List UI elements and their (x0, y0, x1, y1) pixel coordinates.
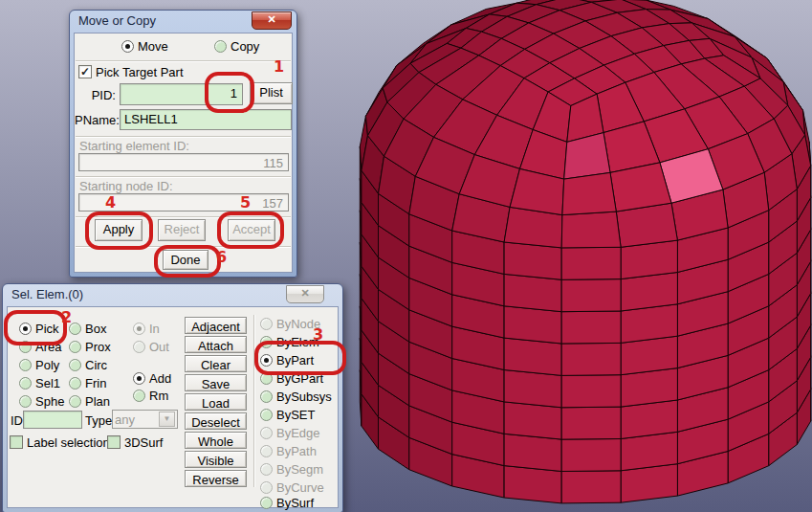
radio-sel1-label: Sel1 (35, 376, 60, 390)
radio-out[interactable]: Out (133, 339, 169, 354)
divider (76, 176, 291, 178)
pid-input[interactable]: 1 (120, 83, 243, 105)
radio-byedge[interactable]: ByEdge (260, 425, 320, 440)
radio-dot-byelem (260, 336, 273, 348)
attach-button[interactable]: Attach (185, 336, 247, 353)
visible-button[interactable]: Visible (185, 451, 247, 468)
radio-bysubsys[interactable]: BySubsys (260, 389, 332, 404)
radio-bysubsys-label: BySubsys (276, 390, 332, 404)
radio-area-label: Area (35, 340, 61, 354)
radio-bypath-label: ByPath (276, 444, 317, 458)
close-button-disabled[interactable]: ✕ (286, 285, 324, 303)
radio-byelem[interactable]: ByElem (260, 334, 319, 349)
id-label: ID (11, 413, 23, 428)
chevron-down-icon: ▼ (159, 412, 175, 427)
application-screen: Move or Copy ✕ Move Copy ✓ Pick Target P… (0, 0, 812, 512)
radio-bygpart[interactable]: ByGPart (260, 370, 323, 386)
label-selection-checkbox[interactable]: Label selection (10, 434, 110, 450)
radio-dot-bygpart (260, 372, 273, 385)
radio-frin[interactable]: Frin (69, 375, 106, 390)
radio-rm-label: Rm (149, 389, 168, 403)
radio-circ[interactable]: Circ (69, 357, 107, 372)
dome-mesh-part (360, 0, 810, 503)
reverse-button[interactable]: Reverse (185, 470, 247, 487)
checkbox-box (107, 435, 121, 449)
radio-box[interactable]: Box (69, 321, 106, 336)
radio-dot-plan (69, 395, 81, 408)
radio-poly[interactable]: Poly (19, 357, 59, 372)
radio-byset[interactable]: BySET (260, 407, 315, 422)
checkmark-icon: ✓ (80, 65, 90, 78)
radio-in[interactable]: In (133, 321, 160, 336)
move-or-copy-body: Move Copy ✓ Pick Target Part PID: 1 Plis… (74, 33, 293, 273)
radio-add-label: Add (149, 371, 171, 386)
radio-bysurf[interactable]: BySurf (260, 495, 314, 510)
radio-dot-sel1 (19, 377, 32, 390)
type-dropdown[interactable]: any ▼ (112, 410, 178, 429)
radio-plan-label: Plan (85, 394, 110, 409)
radio-sphe-label: Sphe (35, 394, 64, 409)
radio-dot-prox (69, 341, 81, 353)
divider (76, 136, 291, 138)
clear-button[interactable]: Clear (185, 355, 247, 372)
radio-rm[interactable]: Rm (133, 388, 168, 403)
close-button[interactable]: ✕ (252, 11, 292, 30)
id-input[interactable] (23, 411, 82, 429)
radio-sel1[interactable]: Sel1 (19, 375, 60, 390)
radio-copy[interactable]: Copy (214, 38, 259, 54)
surf3d-checkbox[interactable]: 3DSurf (107, 434, 163, 450)
pname-input[interactable]: LSHELL1 (120, 109, 292, 130)
pick-target-part-label: Pick Target Part (96, 65, 184, 79)
radio-move[interactable]: Move (121, 38, 168, 54)
divider (253, 315, 255, 487)
pick-target-part-checkbox[interactable]: ✓ Pick Target Part (78, 64, 184, 79)
deselect-button[interactable]: Deselect (185, 412, 247, 430)
radio-bysurf-label: BySurf (276, 496, 314, 510)
radio-area[interactable]: Area (19, 339, 61, 354)
radio-prox[interactable]: Prox (69, 339, 111, 354)
radio-dot-bysegm (260, 463, 273, 476)
radio-bycurve-label: ByCurve (276, 480, 324, 495)
adjacent-button[interactable]: Adjacent (185, 317, 247, 334)
radio-dot-circ (69, 359, 81, 371)
radio-bycurve[interactable]: ByCurve (260, 479, 324, 495)
starting-element-id-label: Starting element ID: (79, 139, 189, 153)
radio-dot-poly (19, 359, 32, 371)
radio-dot-rm (133, 390, 145, 402)
starting-element-id-input[interactable]: 115 (78, 153, 289, 171)
radio-dot-bysubsys (260, 390, 273, 403)
radio-bypath[interactable]: ByPath (260, 443, 317, 458)
radio-bynode[interactable]: ByNode (260, 316, 320, 331)
radio-add[interactable]: Add (133, 370, 171, 386)
radio-copy-label: Copy (230, 39, 259, 54)
type-label: Type (85, 413, 112, 428)
whole-button[interactable]: Whole (185, 432, 247, 449)
radio-bypart[interactable]: ByPart (260, 352, 314, 367)
radio-dot-bypart (260, 354, 273, 367)
radio-dot-add (133, 372, 145, 385)
starting-node-id-input[interactable]: 157 (78, 193, 289, 211)
window-title: Sel. Elem.(0) (11, 287, 83, 301)
radio-move-label: Move (138, 39, 168, 54)
radio-plan[interactable]: Plan (69, 393, 110, 409)
radio-dot-byedge (260, 427, 273, 439)
window-title: Move or Copy (78, 13, 156, 28)
radio-bysegm-label: BySegm (276, 462, 323, 477)
label-selection-label: Label selection (27, 435, 110, 450)
divider (76, 60, 291, 62)
radio-dot-bycurve (260, 481, 273, 494)
radio-dot-bynode (260, 318, 273, 330)
pid-label: PID: (82, 88, 116, 102)
plist-button[interactable]: Plist (250, 82, 293, 104)
radio-pick-label: Pick (35, 322, 59, 336)
accept-button[interactable]: Accept (228, 219, 275, 241)
radio-bysegm[interactable]: BySegm (260, 461, 323, 477)
starting-node-id-label: Starting node ID: (79, 179, 173, 193)
save-button[interactable]: Save (185, 374, 247, 391)
radio-sphe[interactable]: Sphe (19, 393, 64, 409)
apply-button[interactable]: Apply (95, 219, 143, 241)
radio-pick[interactable]: Pick (19, 321, 59, 336)
reject-button[interactable]: Reject (158, 219, 206, 241)
load-button[interactable]: Load (185, 393, 247, 411)
done-button[interactable]: Done (163, 250, 208, 270)
